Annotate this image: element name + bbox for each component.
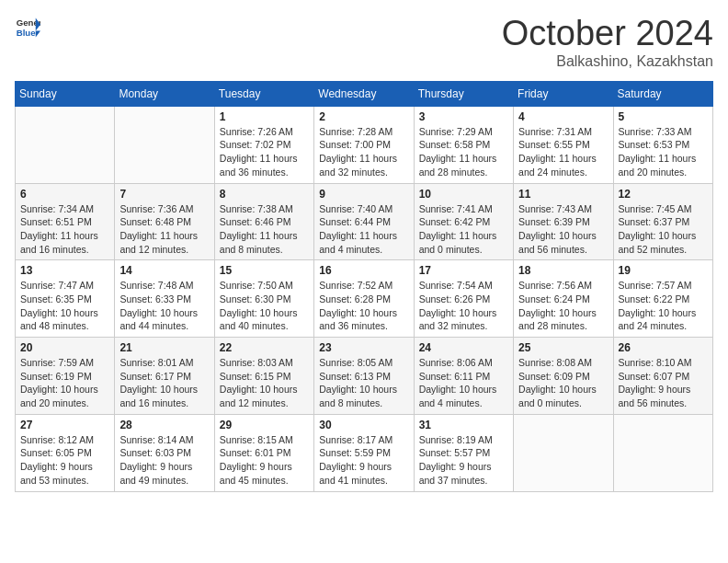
page-header: General Blue October 2024 Balkashino, Ka… [15, 15, 713, 70]
day-number: 1 [220, 110, 309, 123]
day-info: Sunrise: 7:40 AMSunset: 6:44 PMDaylight:… [319, 203, 397, 255]
calendar-cell-w1-d3: 1 Sunrise: 7:26 AMSunset: 7:02 PMDayligh… [214, 106, 313, 183]
header-sunday: Sunday [16, 81, 115, 106]
day-info: Sunrise: 7:45 AMSunset: 6:37 PMDaylight:… [619, 203, 697, 255]
day-info: Sunrise: 8:12 AMSunset: 6:05 PMDaylight:… [20, 434, 94, 486]
day-number: 4 [518, 110, 608, 123]
day-number: 13 [20, 264, 109, 277]
calendar-cell-w2-d7: 12 Sunrise: 7:45 AMSunset: 6:37 PMDaylig… [613, 183, 712, 260]
day-info: Sunrise: 8:19 AMSunset: 5:57 PMDaylight:… [419, 434, 493, 486]
calendar-cell-w2-d2: 7 Sunrise: 7:36 AMSunset: 6:48 PMDayligh… [115, 183, 214, 260]
day-number: 10 [419, 188, 508, 201]
day-info: Sunrise: 7:57 AMSunset: 6:22 PMDaylight:… [619, 280, 697, 331]
calendar-cell-w4-d5: 24 Sunrise: 8:06 AMSunset: 6:11 PMDaylig… [414, 338, 513, 415]
day-number: 15 [220, 264, 309, 277]
day-info: Sunrise: 7:28 AMSunset: 7:00 PMDaylight:… [319, 126, 397, 178]
calendar-cell-w3-d5: 17 Sunrise: 7:54 AMSunset: 6:26 PMDaylig… [414, 260, 513, 338]
calendar-cell-w5-d7 [613, 414, 712, 491]
day-info: Sunrise: 7:29 AMSunset: 6:58 PMDaylight:… [419, 126, 497, 178]
day-info: Sunrise: 8:01 AMSunset: 6:17 PMDaylight:… [119, 357, 198, 408]
logo: General Blue [15, 15, 40, 40]
day-info: Sunrise: 7:59 AMSunset: 6:19 PMDaylight:… [20, 357, 98, 408]
location-title: Balkashino, Kazakhstan [502, 53, 713, 70]
calendar-table: Sunday Monday Tuesday Wednesday Thursday… [15, 81, 713, 492]
week-row-1: 1 Sunrise: 7:26 AMSunset: 7:02 PMDayligh… [16, 106, 713, 183]
calendar-cell-w4-d7: 26 Sunrise: 8:10 AMSunset: 6:07 PMDaylig… [613, 338, 712, 415]
day-number: 8 [220, 188, 309, 201]
header-saturday: Saturday [613, 81, 712, 106]
week-row-3: 13 Sunrise: 7:47 AMSunset: 6:35 PMDaylig… [16, 260, 713, 338]
calendar-cell-w3-d7: 19 Sunrise: 7:57 AMSunset: 6:22 PMDaylig… [613, 260, 712, 338]
header-friday: Friday [514, 81, 613, 106]
day-info: Sunrise: 8:17 AMSunset: 5:59 PMDaylight:… [319, 434, 392, 486]
day-number: 21 [119, 341, 209, 354]
calendar-cell-w1-d2 [115, 106, 214, 183]
day-number: 19 [619, 264, 708, 277]
day-info: Sunrise: 7:52 AMSunset: 6:28 PMDaylight:… [319, 280, 397, 331]
day-number: 11 [518, 188, 608, 201]
day-info: Sunrise: 7:31 AMSunset: 6:55 PMDaylight:… [518, 126, 597, 178]
month-title: October 2024 [502, 15, 713, 53]
day-number: 7 [119, 188, 209, 201]
week-row-2: 6 Sunrise: 7:34 AMSunset: 6:51 PMDayligh… [16, 183, 713, 260]
calendar-cell-w1-d6: 4 Sunrise: 7:31 AMSunset: 6:55 PMDayligh… [514, 106, 613, 183]
day-info: Sunrise: 8:06 AMSunset: 6:11 PMDaylight:… [419, 357, 497, 408]
calendar-cell-w2-d1: 6 Sunrise: 7:34 AMSunset: 6:51 PMDayligh… [16, 183, 115, 260]
calendar-cell-w2-d3: 8 Sunrise: 7:38 AMSunset: 6:46 PMDayligh… [214, 183, 313, 260]
day-number: 14 [119, 264, 209, 277]
day-number: 28 [119, 419, 209, 431]
day-info: Sunrise: 7:26 AMSunset: 7:02 PMDaylight:… [220, 126, 298, 178]
calendar-cell-w3-d4: 16 Sunrise: 7:52 AMSunset: 6:28 PMDaylig… [314, 260, 414, 338]
day-info: Sunrise: 8:10 AMSunset: 6:07 PMDaylight:… [619, 357, 692, 408]
calendar-cell-w4-d6: 25 Sunrise: 8:08 AMSunset: 6:09 PMDaylig… [514, 338, 613, 415]
calendar-cell-w4-d4: 23 Sunrise: 8:05 AMSunset: 6:13 PMDaylig… [314, 338, 414, 415]
day-number: 9 [319, 188, 408, 201]
calendar-cell-w2-d6: 11 Sunrise: 7:43 AMSunset: 6:39 PMDaylig… [514, 183, 613, 260]
calendar-cell-w3-d6: 18 Sunrise: 7:56 AMSunset: 6:24 PMDaylig… [514, 260, 613, 338]
day-number: 17 [419, 264, 508, 277]
calendar-cell-w1-d5: 3 Sunrise: 7:29 AMSunset: 6:58 PMDayligh… [414, 106, 513, 183]
day-info: Sunrise: 8:05 AMSunset: 6:13 PMDaylight:… [319, 357, 397, 408]
day-number: 22 [220, 341, 309, 354]
day-info: Sunrise: 7:41 AMSunset: 6:42 PMDaylight:… [419, 203, 497, 255]
day-number: 23 [319, 341, 408, 354]
day-number: 2 [319, 110, 408, 123]
day-number: 3 [419, 110, 508, 123]
day-info: Sunrise: 7:50 AMSunset: 6:30 PMDaylight:… [220, 280, 298, 331]
day-info: Sunrise: 7:38 AMSunset: 6:46 PMDaylight:… [220, 203, 298, 255]
calendar-cell-w3-d1: 13 Sunrise: 7:47 AMSunset: 6:35 PMDaylig… [16, 260, 115, 338]
calendar-cell-w5-d6 [514, 414, 613, 491]
day-info: Sunrise: 8:08 AMSunset: 6:09 PMDaylight:… [518, 357, 597, 408]
day-info: Sunrise: 7:54 AMSunset: 6:26 PMDaylight:… [419, 280, 497, 331]
day-number: 12 [619, 188, 708, 201]
header-thursday: Thursday [414, 81, 513, 106]
header-wednesday: Wednesday [314, 81, 414, 106]
day-number: 25 [518, 341, 608, 354]
calendar-cell-w4-d1: 20 Sunrise: 7:59 AMSunset: 6:19 PMDaylig… [16, 338, 115, 415]
day-info: Sunrise: 7:33 AMSunset: 6:53 PMDaylight:… [619, 126, 697, 178]
day-number: 16 [319, 264, 408, 277]
day-info: Sunrise: 7:34 AMSunset: 6:51 PMDaylight:… [20, 203, 98, 255]
header-monday: Monday [115, 81, 214, 106]
calendar-cell-w1-d1 [16, 106, 115, 183]
day-info: Sunrise: 7:47 AMSunset: 6:35 PMDaylight:… [20, 280, 98, 331]
title-area: October 2024 Balkashino, Kazakhstan [502, 15, 713, 70]
calendar-cell-w5-d3: 29 Sunrise: 8:15 AMSunset: 6:01 PMDaylig… [214, 414, 313, 491]
day-number: 30 [319, 419, 408, 431]
calendar-cell-w5-d2: 28 Sunrise: 8:14 AMSunset: 6:03 PMDaylig… [115, 414, 214, 491]
calendar-cell-w5-d5: 31 Sunrise: 8:19 AMSunset: 5:57 PMDaylig… [414, 414, 513, 491]
day-number: 31 [419, 419, 508, 431]
day-number: 20 [20, 341, 109, 354]
header-tuesday: Tuesday [214, 81, 313, 106]
day-number: 24 [419, 341, 508, 354]
day-info: Sunrise: 7:36 AMSunset: 6:48 PMDaylight:… [119, 203, 198, 255]
day-number: 5 [619, 110, 708, 123]
calendar-cell-w3-d3: 15 Sunrise: 7:50 AMSunset: 6:30 PMDaylig… [214, 260, 313, 338]
calendar-cell-w2-d5: 10 Sunrise: 7:41 AMSunset: 6:42 PMDaylig… [414, 183, 513, 260]
day-number: 29 [220, 419, 309, 431]
day-info: Sunrise: 8:03 AMSunset: 6:15 PMDaylight:… [220, 357, 298, 408]
day-info: Sunrise: 7:43 AMSunset: 6:39 PMDaylight:… [518, 203, 597, 255]
calendar-header-row: Sunday Monday Tuesday Wednesday Thursday… [16, 81, 713, 106]
day-info: Sunrise: 8:15 AMSunset: 6:01 PMDaylight:… [220, 434, 293, 486]
day-number: 26 [619, 341, 708, 354]
